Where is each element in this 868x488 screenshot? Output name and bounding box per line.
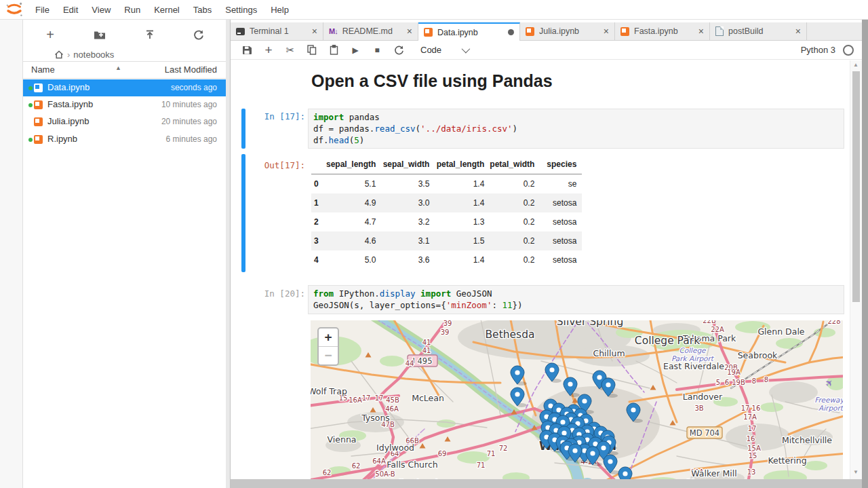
table-column-header: sepal_length: [326, 155, 381, 174]
tab-terminal-1[interactable]: Terminal 1 ×: [231, 22, 323, 40]
home-icon[interactable]: [54, 50, 64, 59]
table-column-header: [311, 155, 326, 174]
refresh-files-button[interactable]: [189, 25, 209, 44]
file-name: Julia.ipynb: [47, 116, 89, 126]
road-number-label: 62: [323, 469, 332, 476]
road-number-label: 13: [747, 468, 756, 476]
new-launcher-button[interactable]: +: [40, 25, 60, 44]
new-folder-button[interactable]: [90, 25, 110, 44]
file-modified: 10 minutes ago: [161, 100, 217, 109]
dataframe-output-table: sepal_lengthsepal_widthpetal_lengthpetal…: [311, 155, 582, 269]
file-row-fasta-ipynb[interactable]: Fasta.ipynb 10 minutes ago: [23, 96, 226, 113]
tab-data-ipynb[interactable]: Data.ipynb: [418, 22, 520, 41]
kernel-name[interactable]: Python 3: [801, 45, 835, 55]
close-icon[interactable]: ×: [312, 26, 317, 36]
add-cell-button[interactable]: +: [258, 41, 279, 59]
cut-cells-button[interactable]: ✂: [279, 41, 301, 59]
road-number-label: 228: [827, 320, 840, 325]
paste-cells-button[interactable]: [323, 41, 344, 59]
scroll-up-icon[interactable]: ▲: [853, 62, 859, 68]
map-place-label: Walker Mill: [691, 468, 737, 478]
column-name[interactable]: Name: [31, 64, 55, 75]
file-browser: + › notebooks Name ▲ Last Modified: [23, 20, 226, 488]
file-row-julia-ipynb[interactable]: Julia.ipynb 20 minutes ago: [23, 113, 226, 130]
tab-readme-md[interactable]: M↓ README.md ×: [323, 22, 418, 40]
scrollbar-thumb[interactable]: [852, 71, 860, 302]
sort-caret-icon[interactable]: ▲: [115, 64, 121, 71]
chevron-down-icon[interactable]: [462, 45, 471, 54]
road-number-label: 46A: [385, 405, 399, 413]
zoom-out-button[interactable]: −: [319, 346, 338, 364]
table-cell: 5.0: [326, 250, 381, 269]
map-place-label: Landover: [683, 392, 723, 402]
table-row: 05.13.51.40.2se: [311, 174, 582, 194]
panel-splitter[interactable]: [226, 20, 231, 488]
menu-edit[interactable]: Edit: [56, 5, 85, 15]
menu-tabs[interactable]: Tabs: [186, 5, 218, 15]
code-cell-input[interactable]: import pandasdf = pandas.read_csv('../da…: [308, 109, 844, 149]
restart-kernel-button[interactable]: [388, 41, 410, 59]
menu-run[interactable]: Run: [117, 5, 147, 15]
table-cell: 3.0: [381, 193, 435, 212]
menu-file[interactable]: File: [28, 5, 56, 15]
vertical-scrollbar[interactable]: ▲ ▼: [850, 60, 862, 479]
menu-kernel[interactable]: Kernel: [147, 5, 186, 15]
airport-label: Park Airport: [671, 354, 715, 363]
file-icon: [715, 26, 724, 36]
table-row: 34.63.11.50.2setosa: [311, 231, 582, 250]
close-icon[interactable]: ×: [407, 26, 412, 36]
table-cell: 1.4: [435, 174, 490, 194]
markdown-heading[interactable]: Open a CSV file using Pandas: [311, 71, 553, 91]
table-cell: 0.2: [490, 174, 540, 194]
file-modified: seconds ago: [171, 83, 217, 92]
upload-button[interactable]: [140, 25, 160, 44]
map-place-label: Vienna: [328, 434, 357, 445]
copy-cells-button[interactable]: [301, 41, 323, 59]
run-cell-button[interactable]: ▶: [344, 41, 366, 59]
map-zoom-control: + −: [317, 327, 339, 366]
tab-label: Fasta.ipynb: [634, 26, 694, 36]
table-column-header: sepal_width: [381, 155, 435, 174]
table-cell: 3.2: [381, 212, 435, 231]
close-icon[interactable]: ×: [604, 26, 609, 36]
close-icon[interactable]: ×: [795, 26, 801, 36]
unsaved-changes-icon[interactable]: [508, 29, 514, 35]
table-cell: 3.6: [381, 250, 435, 269]
close-icon[interactable]: ×: [698, 26, 704, 36]
geojson-map-output[interactable]: I 495MD 70439394141441516A171745B46A47B6…: [311, 320, 843, 481]
code-cell-input[interactable]: from IPython.display import GeoJSONGeoJS…: [308, 285, 844, 314]
input-prompt: In [17]:: [231, 111, 305, 121]
tab-fasta-ipynb[interactable]: Fasta.ipynb ×: [615, 22, 710, 40]
kernel-status-icon[interactable]: [843, 45, 854, 56]
file-name: R.ipynb: [47, 134, 77, 144]
tab-julia-ipynb[interactable]: Julia.ipynb ×: [520, 22, 615, 40]
table-column-header: species: [540, 155, 582, 174]
cell-type-dropdown[interactable]: Code: [420, 45, 441, 55]
column-last-modified[interactable]: Last Modified: [165, 64, 217, 75]
file-name: Data.ipynb: [47, 82, 90, 92]
road-number-label: 39: [443, 320, 452, 327]
active-cell-output-collapser[interactable]: [241, 154, 245, 272]
output-prompt: Out[17]:: [231, 160, 305, 170]
menu-settings[interactable]: Settings: [218, 5, 264, 15]
file-row-data-ipynb[interactable]: Data.ipynb seconds ago: [23, 79, 226, 96]
stop-kernel-button[interactable]: ■: [366, 41, 388, 59]
table-cell: 1.3: [435, 212, 490, 231]
notebook-file-icon: [34, 117, 43, 126]
road-number-label: 71: [487, 450, 496, 457]
menu-help[interactable]: Help: [264, 5, 296, 15]
scroll-down-icon[interactable]: ▼: [853, 469, 859, 475]
menu-view[interactable]: View: [85, 5, 117, 15]
table-row: 24.73.21.30.2setosa: [311, 212, 582, 231]
breadcrumb: › notebooks: [53, 47, 114, 62]
running-status-dot: [28, 103, 33, 107]
road-number-label: 17A: [743, 413, 757, 421]
road-number-label: 22A: [711, 326, 724, 333]
save-button[interactable]: [236, 41, 258, 59]
zoom-in-button[interactable]: +: [319, 329, 338, 346]
tab-postbuild[interactable]: postBuild ×: [710, 22, 807, 40]
file-row-r-ipynb[interactable]: R.ipynb 6 minutes ago: [23, 131, 226, 148]
row-index: 2: [311, 212, 326, 231]
bottom-scrollbar-track[interactable]: [231, 479, 862, 488]
breadcrumb-folder[interactable]: notebooks: [73, 50, 114, 60]
